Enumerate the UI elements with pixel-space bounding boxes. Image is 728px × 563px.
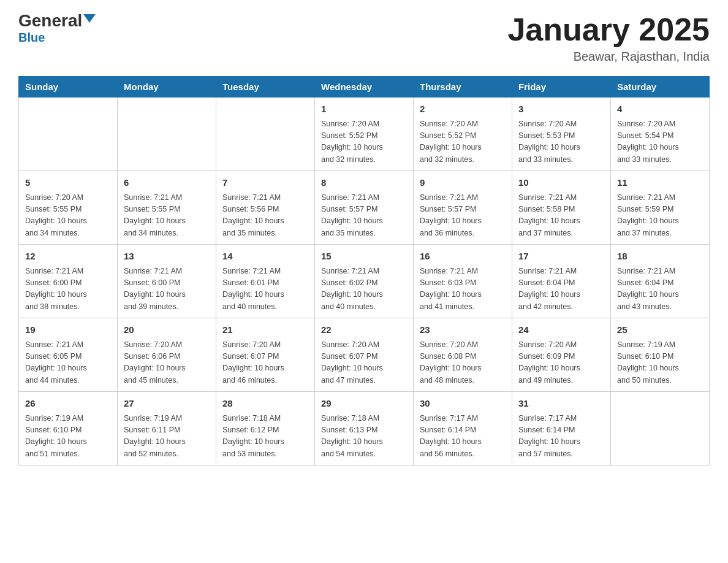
calendar-cell: 14Sunrise: 7:21 AM Sunset: 6:01 PM Dayli… xyxy=(216,245,315,318)
day-info: Sunrise: 7:21 AM Sunset: 6:04 PM Dayligh… xyxy=(617,266,703,313)
day-info: Sunrise: 7:21 AM Sunset: 5:57 PM Dayligh… xyxy=(420,192,506,240)
day-info: Sunrise: 7:20 AM Sunset: 6:09 PM Dayligh… xyxy=(518,339,604,387)
weekday-header-saturday: Saturday xyxy=(611,77,710,98)
day-number: 12 xyxy=(25,250,111,264)
day-info: Sunrise: 7:21 AM Sunset: 5:59 PM Dayligh… xyxy=(617,192,703,240)
calendar-cell: 29Sunrise: 7:18 AM Sunset: 6:13 PM Dayli… xyxy=(315,392,414,465)
calendar-week-row: 1Sunrise: 7:20 AM Sunset: 5:52 PM Daylig… xyxy=(19,98,710,171)
calendar-cell: 30Sunrise: 7:17 AM Sunset: 6:14 PM Dayli… xyxy=(414,392,512,465)
day-info: Sunrise: 7:21 AM Sunset: 6:05 PM Dayligh… xyxy=(25,339,111,387)
calendar-cell: 25Sunrise: 7:19 AM Sunset: 6:10 PM Dayli… xyxy=(611,318,710,392)
day-number: 27 xyxy=(124,397,210,411)
weekday-header-row: SundayMondayTuesdayWednesdayThursdayFrid… xyxy=(19,77,710,98)
weekday-header-wednesday: Wednesday xyxy=(315,77,414,98)
calendar-cell xyxy=(19,98,118,171)
calendar-cell: 28Sunrise: 7:18 AM Sunset: 6:12 PM Dayli… xyxy=(216,392,315,465)
day-info: Sunrise: 7:20 AM Sunset: 6:07 PM Dayligh… xyxy=(321,339,407,387)
calendar-cell: 7Sunrise: 7:21 AM Sunset: 5:56 PM Daylig… xyxy=(216,171,315,245)
day-info: Sunrise: 7:21 AM Sunset: 6:03 PM Dayligh… xyxy=(420,266,506,313)
calendar-week-row: 19Sunrise: 7:21 AM Sunset: 6:05 PM Dayli… xyxy=(19,318,710,392)
day-info: Sunrise: 7:21 AM Sunset: 5:58 PM Dayligh… xyxy=(518,192,604,240)
calendar-cell: 3Sunrise: 7:20 AM Sunset: 5:53 PM Daylig… xyxy=(512,98,611,171)
day-number: 31 xyxy=(518,397,604,411)
day-info: Sunrise: 7:17 AM Sunset: 6:14 PM Dayligh… xyxy=(518,413,604,461)
day-info: Sunrise: 7:21 AM Sunset: 5:55 PM Dayligh… xyxy=(124,192,210,240)
calendar-cell: 20Sunrise: 7:20 AM Sunset: 6:06 PM Dayli… xyxy=(118,318,216,392)
day-info: Sunrise: 7:20 AM Sunset: 5:52 PM Dayligh… xyxy=(321,118,407,166)
day-info: Sunrise: 7:18 AM Sunset: 6:13 PM Dayligh… xyxy=(321,413,407,461)
day-number: 29 xyxy=(321,397,407,411)
day-number: 5 xyxy=(25,176,111,190)
calendar-cell: 27Sunrise: 7:19 AM Sunset: 6:11 PM Dayli… xyxy=(118,392,216,465)
calendar-cell: 18Sunrise: 7:21 AM Sunset: 6:04 PM Dayli… xyxy=(611,245,710,318)
calendar-cell: 23Sunrise: 7:20 AM Sunset: 6:08 PM Dayli… xyxy=(414,318,512,392)
calendar-cell: 31Sunrise: 7:17 AM Sunset: 6:14 PM Dayli… xyxy=(512,392,611,465)
day-number: 18 xyxy=(617,250,703,264)
day-info: Sunrise: 7:21 AM Sunset: 6:01 PM Dayligh… xyxy=(222,266,308,313)
day-number: 25 xyxy=(617,323,703,337)
day-number: 9 xyxy=(420,176,506,190)
calendar-cell: 9Sunrise: 7:21 AM Sunset: 5:57 PM Daylig… xyxy=(414,171,512,245)
day-number: 20 xyxy=(124,323,210,337)
calendar-cell: 16Sunrise: 7:21 AM Sunset: 6:03 PM Dayli… xyxy=(414,245,512,318)
calendar-cell: 4Sunrise: 7:20 AM Sunset: 5:54 PM Daylig… xyxy=(611,98,710,171)
day-number: 7 xyxy=(222,176,308,190)
day-number: 8 xyxy=(321,176,407,190)
weekday-header-thursday: Thursday xyxy=(414,77,512,98)
day-info: Sunrise: 7:20 AM Sunset: 5:52 PM Dayligh… xyxy=(420,118,506,166)
calendar-week-row: 5Sunrise: 7:20 AM Sunset: 5:55 PM Daylig… xyxy=(19,171,710,245)
day-number: 11 xyxy=(617,176,703,190)
calendar-week-row: 12Sunrise: 7:21 AM Sunset: 6:00 PM Dayli… xyxy=(19,245,710,318)
day-number: 1 xyxy=(321,102,407,117)
calendar-cell: 13Sunrise: 7:21 AM Sunset: 6:00 PM Dayli… xyxy=(118,245,216,318)
calendar-cell: 26Sunrise: 7:19 AM Sunset: 6:10 PM Dayli… xyxy=(19,392,118,465)
calendar-cell: 5Sunrise: 7:20 AM Sunset: 5:55 PM Daylig… xyxy=(19,171,118,245)
day-info: Sunrise: 7:21 AM Sunset: 6:04 PM Dayligh… xyxy=(518,266,604,313)
logo-triangle-icon xyxy=(83,14,96,23)
day-number: 14 xyxy=(222,250,308,264)
weekday-header-friday: Friday xyxy=(512,77,611,98)
day-number: 23 xyxy=(420,323,506,337)
calendar-cell xyxy=(216,98,315,171)
calendar-subtitle: Beawar, Rajasthan, India xyxy=(507,50,710,64)
day-info: Sunrise: 7:21 AM Sunset: 6:00 PM Dayligh… xyxy=(25,266,111,313)
calendar-week-row: 26Sunrise: 7:19 AM Sunset: 6:10 PM Dayli… xyxy=(19,392,710,465)
day-info: Sunrise: 7:19 AM Sunset: 6:11 PM Dayligh… xyxy=(124,413,210,461)
day-number: 6 xyxy=(124,176,210,190)
day-info: Sunrise: 7:17 AM Sunset: 6:14 PM Dayligh… xyxy=(420,413,506,461)
day-number: 24 xyxy=(518,323,604,337)
day-number: 2 xyxy=(420,102,506,117)
calendar-table: SundayMondayTuesdayWednesdayThursdayFrid… xyxy=(18,76,710,465)
day-info: Sunrise: 7:19 AM Sunset: 6:10 PM Dayligh… xyxy=(25,413,111,461)
calendar-cell: 19Sunrise: 7:21 AM Sunset: 6:05 PM Dayli… xyxy=(19,318,118,392)
calendar-cell: 21Sunrise: 7:20 AM Sunset: 6:07 PM Dayli… xyxy=(216,318,315,392)
day-number: 10 xyxy=(518,176,604,190)
day-info: Sunrise: 7:20 AM Sunset: 5:55 PM Dayligh… xyxy=(25,192,111,240)
day-number: 16 xyxy=(420,250,506,264)
day-number: 4 xyxy=(617,102,703,117)
day-info: Sunrise: 7:21 AM Sunset: 5:57 PM Dayligh… xyxy=(321,192,407,240)
weekday-header-monday: Monday xyxy=(118,77,216,98)
day-number: 13 xyxy=(124,250,210,264)
calendar-cell: 12Sunrise: 7:21 AM Sunset: 6:00 PM Dayli… xyxy=(19,245,118,318)
day-number: 28 xyxy=(222,397,308,411)
day-info: Sunrise: 7:21 AM Sunset: 6:02 PM Dayligh… xyxy=(321,266,407,313)
day-info: Sunrise: 7:20 AM Sunset: 6:06 PM Dayligh… xyxy=(124,339,210,387)
day-number: 17 xyxy=(518,250,604,264)
logo: General Blue xyxy=(18,12,96,45)
day-number: 19 xyxy=(25,323,111,337)
day-number: 21 xyxy=(222,323,308,337)
calendar-cell: 10Sunrise: 7:21 AM Sunset: 5:58 PM Dayli… xyxy=(512,171,611,245)
day-number: 30 xyxy=(420,397,506,411)
day-info: Sunrise: 7:20 AM Sunset: 5:53 PM Dayligh… xyxy=(518,118,604,166)
weekday-header-sunday: Sunday xyxy=(19,77,118,98)
day-number: 15 xyxy=(321,250,407,264)
calendar-cell xyxy=(118,98,216,171)
day-info: Sunrise: 7:19 AM Sunset: 6:10 PM Dayligh… xyxy=(617,339,703,387)
day-info: Sunrise: 7:20 AM Sunset: 6:08 PM Dayligh… xyxy=(420,339,506,387)
calendar-cell: 6Sunrise: 7:21 AM Sunset: 5:55 PM Daylig… xyxy=(118,171,216,245)
calendar-cell: 24Sunrise: 7:20 AM Sunset: 6:09 PM Dayli… xyxy=(512,318,611,392)
logo-blue-text: Blue xyxy=(18,31,45,45)
day-info: Sunrise: 7:20 AM Sunset: 5:54 PM Dayligh… xyxy=(617,118,703,166)
calendar-title: January 2025 xyxy=(507,12,710,47)
